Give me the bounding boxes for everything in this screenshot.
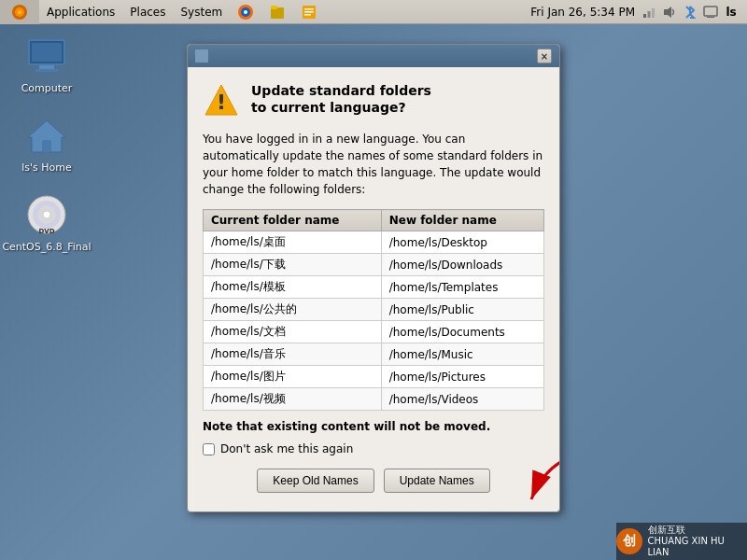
svg-marker-15 [664,7,671,18]
table-col2-header: New folder name [381,210,543,231]
table-cell-new: /home/ls/Videos [381,388,543,411]
taskbar: Applications Places System Fri Jan 26, 5… [0,0,747,24]
svg-rect-11 [304,14,311,16]
taskbar-logo-area [0,0,39,24]
dont-ask-checkbox[interactable] [203,443,215,455]
svg-rect-7 [271,6,277,9]
svg-rect-9 [304,8,314,10]
volume-tray-icon[interactable] [661,4,678,21]
svg-rect-12 [643,14,646,18]
table-row: /home/ls/模板/home/ls/Templates [204,276,544,299]
dialog-title-icon [195,49,208,63]
taskbar-right: Fri Jan 26, 5:34 PM ls [530,4,747,21]
table-row: /home/ls/下载/home/ls/Downloads [204,254,544,276]
table-row: /home/ls/图片/home/ls/Pictures [204,366,544,388]
dont-ask-label[interactable]: Don't ask me this again [220,442,353,455]
dialog-buttons: Keep Old Names Update Names [203,469,544,497]
dont-ask-checkbox-row: Don't ask me this again [203,442,544,455]
dialog-body-text: You have logged in in a new language. Yo… [203,131,544,198]
taskbar-editor-icon[interactable] [293,0,325,24]
table-cell-new: /home/ls/Desktop [381,231,543,254]
dialog-overlay: × ! Update standard foldersto current la… [0,24,747,560]
taskbar-firefox-icon[interactable] [230,0,261,24]
update-folders-dialog: × ! Update standard foldersto current la… [187,44,560,512]
svg-point-5 [244,10,247,14]
dialog-header: ! Update standard foldersto current lang… [203,82,544,119]
table-cell-current: /home/ls/文档 [204,321,382,343]
table-cell-current: /home/ls/模板 [204,276,382,299]
taskbar-system[interactable]: System [173,0,230,24]
table-cell-current: /home/ls/桌面 [204,231,382,254]
table-cell-new: /home/ls/Pictures [381,366,543,388]
table-cell-current: /home/ls/下载 [204,254,382,276]
keep-old-names-button[interactable]: Keep Old Names [257,469,374,493]
table-cell-new: /home/ls/Music [381,343,543,366]
svg-rect-16 [704,7,717,16]
table-cell-current: /home/ls/公共的 [204,299,382,321]
taskbar-tray-icons: ls [641,4,740,21]
table-row: /home/ls/音乐/home/ls/Music [204,343,544,366]
svg-rect-13 [648,11,651,18]
taskbar-places[interactable]: Places [122,0,173,24]
svg-rect-10 [304,11,314,13]
table-cell-current: /home/ls/图片 [204,366,382,388]
table-cell-new: /home/ls/Documents [381,321,543,343]
svg-rect-17 [707,17,714,18]
table-cell-current: /home/ls/音乐 [204,343,382,366]
table-row: /home/ls/公共的/home/ls/Public [204,299,544,321]
taskbar-files-icon[interactable] [261,0,293,24]
dialog-heading: Update standard foldersto current langua… [251,82,431,116]
table-cell-current: /home/ls/视频 [204,388,382,411]
table-cell-new: /home/ls/Public [381,299,543,321]
taskbar-left: Applications Places System [0,0,530,24]
table-row: /home/ls/视频/home/ls/Videos [204,388,544,411]
dialog-content: ! Update standard foldersto current lang… [188,67,559,511]
dialog-titlebar-left [195,49,208,63]
svg-rect-14 [652,8,655,18]
bluetooth-tray-icon[interactable] [682,4,698,21]
warning-icon: ! [203,82,240,119]
distro-logo-icon [11,4,28,21]
desktop: Applications Places System Fri Jan 26, 5… [0,0,747,560]
svg-point-2 [18,10,21,14]
note-text: Note that existing content will not be m… [203,420,544,433]
table-row: /home/ls/文档/home/ls/Documents [204,321,544,343]
display-tray-icon[interactable] [702,4,719,21]
table-cell-new: /home/ls/Downloads [381,254,543,276]
svg-text:!: ! [217,91,226,114]
taskbar-clock: Fri Jan 26, 5:34 PM [530,6,635,19]
table-cell-new: /home/ls/Templates [381,276,543,299]
folder-table: Current folder name New folder name /hom… [203,209,544,411]
network-tray-icon[interactable] [641,4,657,21]
update-names-button[interactable]: Update Names [384,469,490,493]
table-col1-header: Current folder name [204,210,382,231]
dialog-titlebar: × [188,45,559,67]
table-row: /home/ls/桌面/home/ls/Desktop [204,231,544,254]
taskbar-applications[interactable]: Applications [39,0,122,24]
dialog-close-button[interactable]: × [537,49,552,63]
user-indicator[interactable]: ls [723,4,740,21]
